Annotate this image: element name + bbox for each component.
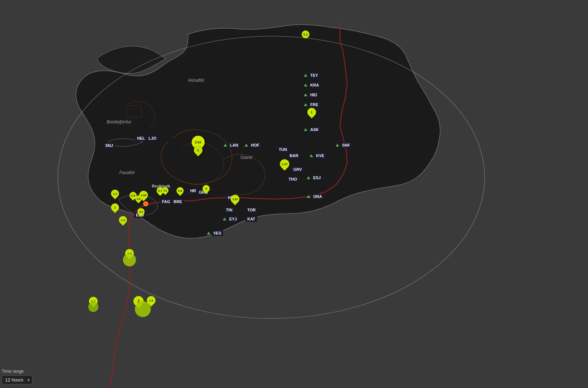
station-lan: LAN [223, 142, 240, 148]
station-tho: THO [287, 176, 299, 182]
eq-marker-bar[interactable]: 1.47 [280, 159, 289, 169]
station-triangle-hei [304, 93, 307, 96]
eq-marker-0_1[interactable]: 0.1 [162, 187, 169, 194]
station-label-bar: BAR [288, 153, 300, 159]
station-triangle-ora [307, 195, 310, 198]
place-breidafjo: Breiðafjörður [107, 119, 132, 125]
station-triangle-ask [304, 128, 307, 131]
station-triangle-fre [304, 103, 307, 106]
station-esj: ESJ [307, 175, 323, 181]
station-triangle-esj [307, 176, 310, 179]
station-tin: TIN [224, 207, 234, 213]
station-label-kve: KVE [314, 153, 326, 159]
station-ask: ASK [304, 127, 320, 132]
map-svg [0, 0, 588, 388]
station-triangle-hof [244, 144, 248, 147]
station-triangle-tey [304, 74, 307, 77]
station-label-tho: THO [287, 176, 299, 182]
station-hei: HEI [304, 92, 319, 98]
eq-marker-1_3[interactable]: 1.3 [119, 216, 127, 224]
station-label-lan: LAN [228, 142, 240, 148]
station-label-kra: KRA [308, 82, 321, 88]
station-grv: GRV [291, 166, 304, 172]
station-tor: TOR [246, 207, 257, 213]
station-label-ljo: LJO [147, 135, 158, 141]
eq-marker-hot[interactable] [143, 201, 148, 206]
eq-marker-0_6b[interactable]: 0.6 [176, 187, 184, 194]
station-label-eyj: EYJ [227, 216, 239, 222]
station-tey: TEY [304, 72, 320, 78]
station-kve: KVE [310, 153, 326, 159]
map-container: Húnaflói Breiðafjörður Faxaflói Ísland R… [0, 0, 588, 388]
station-kat: KAT [246, 216, 257, 222]
station-fag: FAG [160, 199, 172, 204]
eq-circle-large [135, 301, 151, 317]
station-eyj: EYJ [223, 216, 239, 222]
station-triangle-snf [336, 144, 339, 147]
station-triangle-eyj [223, 218, 226, 220]
station-triangle-lan [223, 144, 227, 147]
station-label-tun: TUN [277, 147, 289, 152]
station-fre: FRE [304, 102, 320, 107]
station-hof: HOF [244, 142, 261, 148]
station-label-kat: KAT [246, 216, 257, 222]
station-triangle-kve [310, 154, 313, 157]
station-bar: BAR [288, 153, 300, 159]
time-range-control: Time range 1 hour 2 hours 6 hours 12 hou… [2, 369, 33, 384]
place-hunaflo: Húnaflói [188, 78, 204, 83]
time-range-select[interactable]: 1 hour 2 hours 6 hours 12 hours 24 hours… [2, 375, 33, 384]
station-label-ora: ORA [311, 194, 324, 199]
eq-marker-pre-small[interactable]: 1 [194, 146, 203, 155]
station-ljo: LJO [147, 135, 158, 141]
station-triangle-ves [207, 232, 210, 235]
station-label-grv: GRV [291, 166, 304, 172]
station-label-snf: SNF [340, 142, 352, 148]
eq-marker-1b[interactable]: 1 [111, 203, 119, 211]
station-label-ask: ASK [308, 127, 320, 132]
station-label-bre: BRE [172, 199, 184, 204]
station-label-hei: HEI [308, 92, 319, 98]
eq-marker-1[interactable]: 1.1 [306, 34, 314, 42]
station-label-snj: SNJ [103, 143, 115, 148]
station-label-tey: TEY [308, 72, 320, 78]
station-label-ves: VES [212, 230, 223, 236]
eq-circle-1_9 [123, 253, 136, 266]
station-tun: TUN [277, 147, 289, 152]
station-label-hel: HEL [135, 135, 147, 141]
station-label-hof: HOF [249, 142, 261, 148]
time-range-label: Time range [2, 369, 33, 374]
station-ora: ORA [307, 194, 324, 199]
station-bre: BRE [172, 199, 184, 204]
time-range-select-wrapper: 1 hour 2 hours 6 hours 12 hours 24 hours… [2, 375, 33, 384]
station-label-fag: FAG [160, 199, 172, 204]
station-hel: HEL [135, 135, 147, 141]
station-label-tor: TOR [246, 207, 257, 213]
station-snf: SNF [336, 142, 352, 148]
station-ves: VES [207, 230, 223, 236]
place-faxaflo: Faxaflói [119, 170, 135, 175]
eq-marker-1_81[interactable]: 1.81 [231, 195, 239, 203]
station-hr: HR [188, 188, 198, 194]
eq-marker-0_5b[interactable]: 0.5 [138, 208, 144, 215]
station-label-esj: ESJ [311, 175, 323, 181]
eq-marker-0_6a[interactable]: 0.6 [135, 195, 142, 202]
eq-marker-fre[interactable]: 1 [307, 108, 316, 117]
station-label-tin: TIN [224, 207, 234, 213]
station-triangle-kra [304, 84, 307, 87]
station-label-fre: FRE [308, 102, 320, 107]
station-snj: SNJ [103, 143, 115, 148]
place-island: Ísland [240, 155, 252, 160]
station-kra: KRA [304, 82, 321, 88]
eq-marker-1_2[interactable]: 1.2 [111, 190, 119, 198]
station-label-hr: HR [188, 188, 198, 194]
eq-marker-0[interactable]: 0 [203, 185, 210, 192]
eq-circle-1_7 [88, 302, 98, 312]
